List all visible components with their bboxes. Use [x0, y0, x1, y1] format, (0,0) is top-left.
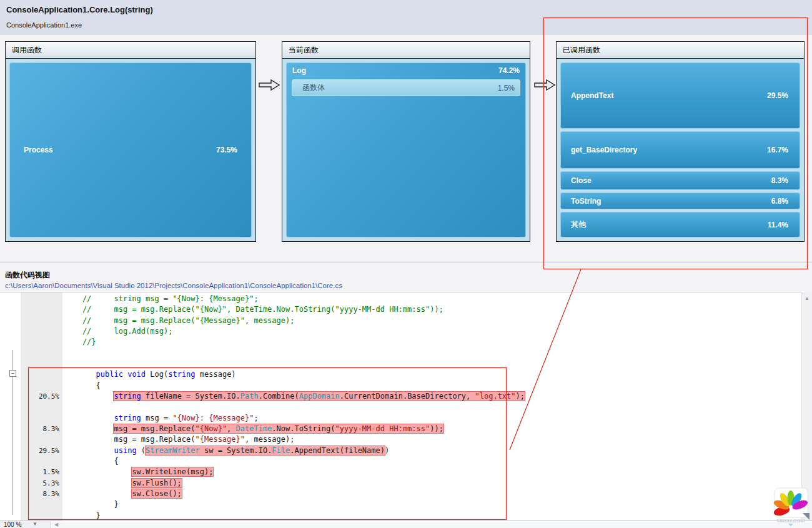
callee-function-value: 16.7%: [767, 146, 788, 154]
callee-function-box[interactable]: Close8.3%: [560, 171, 800, 190]
code-line: 20.5% string fileName = System.IO.Path.C…: [0, 391, 800, 402]
module-name: ConsoleApplication1.exe: [6, 21, 82, 29]
code-text: string fileName = System.IO.Path.Combine…: [64, 392, 525, 401]
code-line: msg = msg.Replace("{Message}", message);: [0, 434, 800, 445]
code-line: {: [0, 456, 800, 467]
code-text: msg = msg.Replace("{Now}", DateTime.Now.…: [64, 424, 443, 433]
callee-function-label: Close: [571, 176, 592, 185]
code-line: // log.Add(msg);: [0, 326, 800, 337]
current-function-box[interactable]: Log 74.2% 函数体 1.5%: [286, 62, 526, 237]
code-text: // msg = msg.Replace("{Now}", DateTime.N…: [64, 305, 443, 314]
sample-percentage: 20.5%: [19, 392, 59, 401]
current-function-label: Log: [292, 66, 306, 75]
svg-text:MBSU.COM: MBSU.COM: [777, 518, 805, 524]
page-title: ConsoleApplication1.Core.Log(string): [6, 5, 153, 14]
callee-function-box[interactable]: AppendText29.5%: [560, 62, 800, 129]
current-function-title: 当前函数: [282, 42, 530, 59]
current-function-value: 74.2%: [498, 66, 520, 75]
code-text: msg = msg.Replace("{Message}", message);: [64, 435, 294, 444]
sample-percentage: 29.5%: [19, 447, 59, 455]
horizontal-scrollbar[interactable]: ◀: [50, 521, 812, 528]
called-functions-panel: 已调用函数 AppendText29.5%get_BaseDirectory16…: [556, 41, 805, 242]
code-text: using (StreamWriter sw = System.IO.File.…: [64, 446, 389, 455]
caller-function-label: Process: [24, 146, 53, 154]
code-line: 29.5% using (StreamWriter sw = System.IO…: [0, 446, 800, 456]
function-body-value: 1.5%: [498, 84, 515, 92]
zoom-level[interactable]: 100 %: [4, 521, 21, 528]
code-text: }: [64, 511, 101, 520]
callee-function-value: 11.4%: [768, 221, 788, 229]
code-text: sw.Flush();: [64, 479, 182, 487]
code-line: public void Log(string message): [0, 369, 800, 380]
code-text: public void Log(string message): [64, 370, 236, 379]
code-text: sw.Close();: [64, 489, 182, 498]
calling-functions-body: Process 73.5%: [6, 59, 255, 241]
code-line: [0, 348, 800, 359]
code-line: // string msg = "{Now}: {Message}";: [0, 294, 800, 304]
code-editor: − // string msg = "{Now}: {Message}"; //…: [0, 292, 812, 521]
zoom-caret-icon[interactable]: ▼: [32, 521, 37, 527]
callee-function-box[interactable]: 其他11.4%: [560, 212, 800, 237]
sample-percentage: 8.3%: [19, 490, 59, 498]
code-text: sw.WriteLine(msg);: [64, 467, 213, 476]
code-line: 8.3% sw.Close();: [0, 489, 800, 499]
callee-function-value: 6.8%: [771, 197, 788, 206]
callee-function-value: 8.3%: [771, 176, 788, 185]
code-line: 1.5% sw.WriteLine(msg);: [0, 467, 800, 477]
flow-arrow-icon: [534, 79, 555, 91]
code-line: //}: [0, 337, 800, 347]
sample-percentage: 1.5%: [19, 468, 59, 476]
current-function-body: Log 74.2% 函数体 1.5%: [282, 59, 530, 241]
vertical-scrollbar[interactable]: ▲: [801, 292, 812, 521]
code-text: //}: [64, 337, 96, 346]
scroll-up-icon[interactable]: ▲: [805, 296, 810, 301]
code-line: [0, 402, 800, 412]
caller-function-box[interactable]: Process 73.5%: [9, 62, 252, 237]
code-text: // log.Add(msg);: [64, 327, 172, 336]
callee-function-label: 其他: [571, 219, 586, 230]
code-text: }: [64, 500, 119, 509]
code-text: {: [64, 457, 119, 466]
function-body-label: 函数体: [302, 82, 325, 93]
code-line: // msg = msg.Replace("{Message}", messag…: [0, 316, 800, 326]
current-function-panel: 当前函数 Log 74.2% 函数体 1.5%: [282, 41, 530, 242]
flower-logo-icon: MBSU.COM: [772, 487, 811, 526]
callee-function-label: get_BaseDirectory: [571, 146, 637, 154]
code-line: 8.3% msg = msg.Replace("{Now}", DateTime…: [0, 424, 800, 434]
called-functions-body: AppendText29.5%get_BaseDirectory16.7%Clo…: [557, 59, 804, 241]
code-text: string msg = "{Now}: {Message}";: [64, 414, 259, 422]
flow-arrow-icon: [259, 79, 280, 91]
called-functions-title: 已调用函数: [557, 42, 804, 59]
code-line: }: [0, 511, 800, 521]
code-text: // string msg = "{Now}: {Message}";: [64, 294, 259, 303]
calling-functions-title: 调用函数: [6, 42, 255, 59]
code-line: // msg = msg.Replace("{Now}", DateTime.N…: [0, 304, 800, 315]
callee-function-label: AppendText: [571, 91, 613, 100]
callee-function-value: 29.5%: [767, 91, 788, 100]
code-view-header: 函数代码视图 c:\Users\Aaron\Documents\Visual S…: [0, 262, 812, 292]
code-line: {: [0, 381, 800, 391]
watermark-logo: MBSU.COM: [772, 487, 811, 526]
sample-percentage: 5.3%: [19, 479, 59, 487]
callee-function-box[interactable]: get_BaseDirectory16.7%: [560, 131, 800, 169]
code-line: }: [0, 499, 800, 510]
code-lines: // string msg = "{Now}: {Message}"; // m…: [0, 294, 800, 521]
function-body-box[interactable]: 函数体 1.5%: [292, 79, 520, 96]
source-file-path-link[interactable]: c:\Users\Aaron\Documents\Visual Studio 2…: [5, 282, 342, 289]
code-view-title: 函数代码视图: [5, 270, 50, 281]
callee-function-box[interactable]: ToString6.8%: [560, 192, 800, 209]
calling-functions-panel: 调用函数 Process 73.5%: [5, 41, 256, 242]
code-line: [0, 359, 800, 369]
code-line: 5.3% sw.Flush();: [0, 478, 800, 489]
code-line: string msg = "{Now}: {Message}";: [0, 413, 800, 424]
scroll-left-icon[interactable]: ◀: [54, 522, 58, 527]
callee-function-label: ToString: [571, 197, 601, 206]
function-flow-zone: 调用函数 Process 73.5% 当前函数 Log 74.2% 函数体: [0, 35, 812, 262]
status-bar: 100 % ▼ ◀: [0, 521, 812, 528]
code-text: // msg = msg.Replace("{Message}", messag…: [64, 316, 294, 325]
function-details-header: ConsoleApplication1.Core.Log(string) Con…: [0, 0, 812, 35]
code-text: {: [64, 381, 101, 390]
caller-function-value: 73.5%: [216, 146, 237, 154]
sample-percentage: 8.3%: [19, 425, 59, 433]
